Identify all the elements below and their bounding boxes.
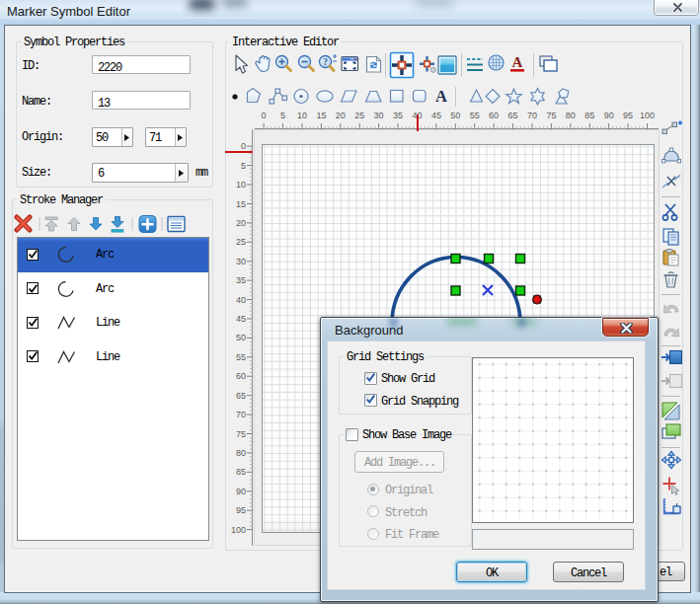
svg-text:A: A bbox=[435, 87, 447, 106]
svg-text:A: A bbox=[512, 54, 523, 70]
svg-text:?: ? bbox=[323, 56, 328, 67]
